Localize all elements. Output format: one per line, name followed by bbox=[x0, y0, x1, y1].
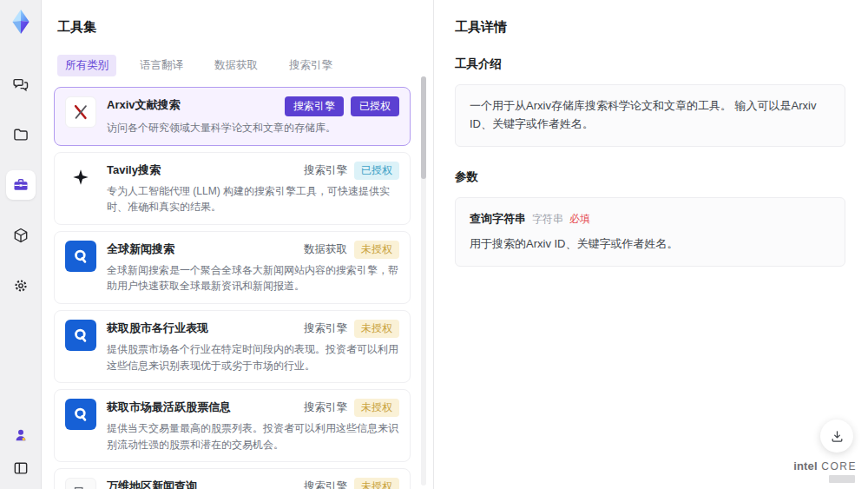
tool-list-panel: 工具集 所有类别语言翻译数据获取搜索引擎 Arxiv文献搜索 搜索引擎 已授权 … bbox=[42, 0, 434, 489]
tool-card[interactable]: 万维地区新闻查询 搜索引擎 未授权 查询具体行政区划内的新闻，快速了解各地新闻动… bbox=[54, 468, 411, 489]
tool-category-badge: 搜索引擎 bbox=[285, 96, 344, 116]
tavily-icon bbox=[65, 162, 96, 193]
tool-category-badge: 搜索引擎 bbox=[304, 163, 347, 178]
param-type: 字符串 bbox=[532, 211, 563, 228]
app-logo bbox=[8, 9, 34, 35]
tool-description: 全球新闻搜索是一个聚合全球各大新闻网站内容的搜索引擎，帮助用户快速获取全球最新资… bbox=[107, 262, 399, 294]
intel-series-text: core bbox=[821, 460, 857, 472]
tool-name: 获取市场最活跃股票信息 bbox=[107, 399, 231, 415]
tool-description: 专为人工智能代理 (LLM) 构建的搜索引擎工具，可快速提供实时、准确和真实的结… bbox=[107, 183, 399, 215]
intro-section-title: 工具介绍 bbox=[455, 56, 845, 72]
toolbox-icon[interactable] bbox=[6, 170, 36, 200]
tool-category-badge: 搜索引擎 bbox=[304, 321, 347, 336]
intel-sub-badge bbox=[829, 475, 855, 483]
avatar[interactable] bbox=[10, 425, 31, 446]
tab-0[interactable]: 所有类别 bbox=[57, 55, 116, 76]
download-icon bbox=[830, 429, 845, 444]
sidebar-nav bbox=[6, 69, 36, 301]
detail-title: 工具详情 bbox=[455, 19, 845, 36]
intel-core-logo: intel core bbox=[793, 459, 857, 483]
intel-brand-text: intel bbox=[793, 459, 818, 472]
param-name: 查询字符串 bbox=[470, 210, 526, 228]
tool-intro-text: 一个用于从Arxiv存储库搜索科学论文和文章的工具。 输入可以是Arxiv ID… bbox=[455, 84, 845, 147]
tab-1[interactable]: 语言翻译 bbox=[132, 55, 191, 76]
building-icon bbox=[65, 478, 96, 489]
tool-category-badge: 搜索引擎 bbox=[304, 479, 347, 489]
param-head: 查询字符串 字符串 必填 bbox=[470, 210, 831, 228]
tool-auth-badge: 未授权 bbox=[354, 241, 399, 259]
cube-icon[interactable] bbox=[6, 221, 36, 250]
qnews-icon bbox=[65, 320, 96, 351]
chat-icon[interactable] bbox=[6, 69, 36, 99]
tool-name: 全球新闻搜索 bbox=[107, 241, 174, 257]
tool-auth-badge: 未授权 bbox=[354, 320, 399, 338]
tool-category-badge: 搜索引擎 bbox=[304, 400, 347, 415]
settings-icon[interactable] bbox=[6, 271, 36, 301]
param-item: 查询字符串 字符串 必填 用于搜索的Arxiv ID、关键字或作者姓名。 bbox=[455, 197, 845, 268]
qnews-icon bbox=[65, 241, 96, 272]
tool-description: 提供股票市场各个行业在特定时间段内的表现。投资者可以利用这些信息来识别表现优于或… bbox=[107, 341, 399, 373]
tool-auth-badge: 已授权 bbox=[354, 162, 399, 180]
tool-name: Arxiv文献搜索 bbox=[107, 96, 181, 113]
tool-auth-badge: 未授权 bbox=[354, 478, 399, 489]
page-title: 工具集 bbox=[57, 19, 433, 36]
tool-card[interactable]: 全球新闻搜索 数据获取 未授权 全球新闻搜索是一个聚合全球各大新闻网站内容的搜索… bbox=[54, 231, 411, 304]
panel-toggle-icon[interactable] bbox=[10, 458, 31, 479]
tool-card[interactable]: Arxiv文献搜索 搜索引擎 已授权 访问各个研究领域大量科学论文和文章的存储库… bbox=[54, 87, 411, 146]
scrollbar[interactable] bbox=[421, 76, 426, 486]
folder-icon[interactable] bbox=[6, 120, 36, 149]
params-section-title: 参数 bbox=[455, 169, 845, 185]
sidebar-bottom bbox=[10, 425, 31, 479]
tool-name: 万维地区新闻查询 bbox=[107, 478, 197, 489]
tool-description: 提供当天交易量最高的股票列表。投资者可以利用这些信息来识别流动性强的股票和潜在的… bbox=[107, 420, 399, 453]
category-tabs: 所有类别语言翻译数据获取搜索引擎 bbox=[57, 55, 433, 76]
tool-detail-panel: 工具详情 工具介绍 一个用于从Arxiv存储库搜索科学论文和文章的工具。 输入可… bbox=[434, 0, 868, 489]
tool-list: Arxiv文献搜索 搜索引擎 已授权 访问各个研究领域大量科学论文和文章的存储库… bbox=[54, 87, 433, 489]
tool-card[interactable]: 获取市场最活跃股票信息 搜索引擎 未授权 提供当天交易量最高的股票列表。投资者可… bbox=[54, 389, 411, 462]
tool-card[interactable]: Tavily搜索 搜索引擎 已授权 专为人工智能代理 (LLM) 构建的搜索引擎… bbox=[54, 152, 411, 225]
tool-auth-badge: 未授权 bbox=[354, 399, 399, 417]
sidebar bbox=[0, 0, 42, 489]
app-window: 工具集 所有类别语言翻译数据获取搜索引擎 Arxiv文献搜索 搜索引擎 已授权 … bbox=[0, 0, 868, 489]
tool-name: 获取股市各行业表现 bbox=[107, 320, 208, 336]
tool-auth-badge: 已授权 bbox=[351, 96, 399, 116]
arxiv-icon bbox=[65, 96, 96, 128]
scrollbar-thumb[interactable] bbox=[421, 76, 426, 179]
download-button[interactable] bbox=[820, 420, 853, 453]
tool-name: Tavily搜索 bbox=[107, 162, 161, 178]
tab-2[interactable]: 数据获取 bbox=[207, 55, 266, 76]
tool-card[interactable]: 获取股市各行业表现 搜索引擎 未授权 提供股票市场各个行业在特定时间段内的表现。… bbox=[54, 310, 411, 383]
tool-category-badge: 数据获取 bbox=[304, 242, 347, 257]
tool-description: 访问各个研究领域大量科学论文和文章的存储库。 bbox=[107, 120, 399, 136]
param-required-badge: 必填 bbox=[569, 211, 590, 228]
tab-3[interactable]: 搜索引擎 bbox=[281, 55, 340, 76]
param-description: 用于搜索的Arxiv ID、关键字或作者姓名。 bbox=[470, 235, 831, 254]
qnews-icon bbox=[65, 399, 96, 430]
